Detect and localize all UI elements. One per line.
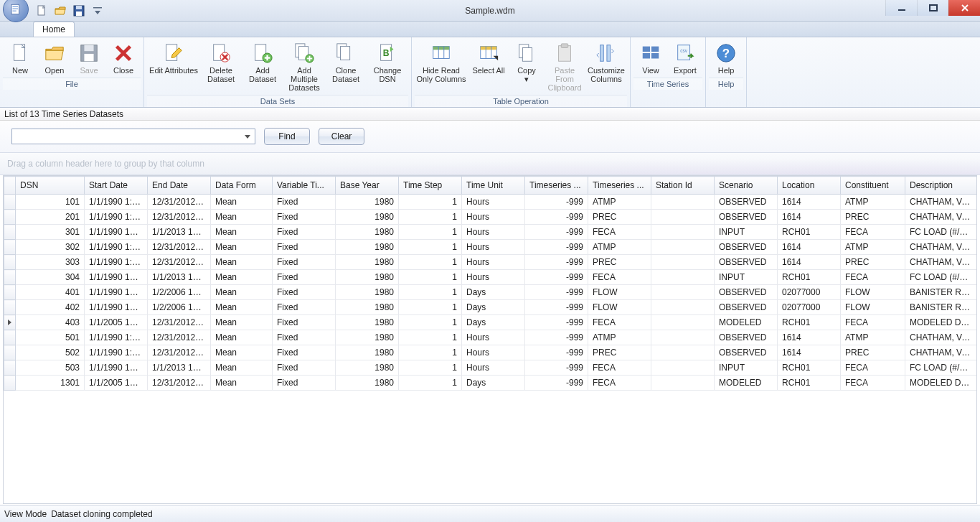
- grid-cell[interactable]: Hours: [462, 330, 525, 345]
- grid-cell[interactable]: OBSERVED: [715, 330, 778, 345]
- grid-cell[interactable]: 101: [16, 195, 85, 210]
- grid-cell[interactable]: 1: [399, 270, 462, 285]
- maximize-button[interactable]: [917, 0, 948, 16]
- grid-cell[interactable]: Fixed: [273, 195, 336, 210]
- grid-cell[interactable]: 1: [399, 210, 462, 225]
- grid-cell[interactable]: 12/31/2012 1...: [148, 255, 211, 270]
- grid-cell[interactable]: FLOW: [588, 300, 651, 315]
- grid-cell[interactable]: ATMP: [588, 240, 651, 255]
- table-row[interactable]: 1011/1/1990 1:00...12/31/2012 1...MeanFi…: [4, 195, 977, 210]
- grid-cell[interactable]: 12/31/2012 1...: [148, 345, 211, 360]
- table-row[interactable]: 4011/1/1990 12:0...1/2/2006 12:0...MeanF…: [4, 285, 977, 300]
- grid-cell[interactable]: 1980: [336, 285, 399, 300]
- grid-cell[interactable]: Mean: [211, 255, 273, 270]
- grid-cell[interactable]: BANISTER RIVE...: [905, 285, 977, 300]
- grid-cell[interactable]: Hours: [462, 345, 525, 360]
- grid-cell[interactable]: FECA: [841, 225, 905, 240]
- grid-cell[interactable]: 1: [399, 285, 462, 300]
- grid-cell[interactable]: CHATHAM, VA ...: [905, 345, 977, 360]
- grid-cell[interactable]: -999: [525, 360, 588, 376]
- qat-dropdown-icon[interactable]: [92, 5, 103, 17]
- column-header[interactable]: Time Step: [399, 177, 462, 195]
- grid-cell[interactable]: [651, 255, 715, 270]
- grid-cell[interactable]: 401: [16, 285, 85, 300]
- grid-cell[interactable]: FLOW: [841, 300, 905, 315]
- grid-cell[interactable]: [651, 315, 715, 330]
- search-combo[interactable]: [11, 129, 255, 144]
- grid-cell[interactable]: Fixed: [273, 345, 336, 360]
- grid-cell[interactable]: [651, 195, 715, 210]
- column-header[interactable]: Station Id: [651, 177, 715, 195]
- column-header[interactable]: Constituent: [841, 177, 905, 195]
- grid-cell[interactable]: FLOW: [588, 285, 651, 300]
- row-header[interactable]: [4, 376, 16, 391]
- grid-cell[interactable]: Fixed: [273, 315, 336, 330]
- table-row[interactable]: 4031/1/2005 12:0...12/31/2012 1...MeanFi…: [4, 315, 977, 330]
- grid-cell[interactable]: 1980: [336, 195, 399, 210]
- grid-cell[interactable]: 1980: [336, 210, 399, 225]
- grid-cell[interactable]: Fixed: [273, 285, 336, 300]
- grid-cell[interactable]: Fixed: [273, 240, 336, 255]
- grid-cell[interactable]: 503: [16, 360, 85, 376]
- row-header[interactable]: [4, 195, 16, 210]
- grid-cell[interactable]: INPUT: [715, 360, 778, 376]
- grid-cell[interactable]: OBSERVED: [715, 210, 778, 225]
- row-header[interactable]: [4, 315, 16, 330]
- grid-cell[interactable]: 1614: [778, 210, 841, 225]
- column-header[interactable]: Description: [905, 177, 977, 195]
- grid-cell[interactable]: [651, 270, 715, 285]
- tab-home[interactable]: Home: [33, 22, 75, 37]
- grid-cell[interactable]: FECA: [841, 376, 905, 391]
- grid-cell[interactable]: Mean: [211, 240, 273, 255]
- grid-cell[interactable]: 1/1/1990 12:0...: [85, 285, 148, 300]
- grid-cell[interactable]: BANISTER RIVE...: [905, 300, 977, 315]
- grid-cell[interactable]: 502: [16, 345, 85, 360]
- grid-cell[interactable]: Mean: [211, 270, 273, 285]
- grid-cell[interactable]: Days: [462, 300, 525, 315]
- grid-cell[interactable]: 301: [16, 225, 85, 240]
- grid-cell[interactable]: 1/2/2006 12:0...: [148, 285, 211, 300]
- grid-cell[interactable]: -999: [525, 240, 588, 255]
- table-row[interactable]: 3041/1/1990 12:0...1/1/2013 12:0...MeanF…: [4, 270, 977, 285]
- grid-cell[interactable]: 1/1/1990 1:00...: [85, 330, 148, 345]
- grid-cell[interactable]: 1614: [778, 255, 841, 270]
- grid-cell[interactable]: 1: [399, 240, 462, 255]
- grid-cell[interactable]: 1301: [16, 376, 85, 391]
- grid-cell[interactable]: 1/1/2013 12:0...: [148, 225, 211, 240]
- grid-cell[interactable]: 1980: [336, 376, 399, 391]
- grid-cell[interactable]: 1980: [336, 300, 399, 315]
- grid-cell[interactable]: 303: [16, 255, 85, 270]
- grid-cell[interactable]: CHATHAM, VA ...: [905, 255, 977, 270]
- grid-cell[interactable]: FECA: [588, 315, 651, 330]
- grid-cell[interactable]: 1/1/2005 12:0...: [85, 315, 148, 330]
- grid-cell[interactable]: FECA: [841, 360, 905, 376]
- grid-cell[interactable]: FC LOAD (#/H...: [905, 270, 977, 285]
- grid-cell[interactable]: RCH01: [778, 225, 841, 240]
- grid-cell[interactable]: 1: [399, 300, 462, 315]
- grid-cell[interactable]: 501: [16, 330, 85, 345]
- grid-cell[interactable]: 1: [399, 376, 462, 391]
- grid-cell[interactable]: MODELED: [715, 376, 778, 391]
- grid-cell[interactable]: FECA: [588, 376, 651, 391]
- grid-cell[interactable]: 1/1/1990 1:00...: [85, 255, 148, 270]
- grid-cell[interactable]: 1/1/1990 1:00...: [85, 240, 148, 255]
- table-row[interactable]: 5021/1/1990 1:00...12/31/2012 1...MeanFi…: [4, 345, 977, 360]
- grid-cell[interactable]: Mean: [211, 225, 273, 240]
- table-row[interactable]: 3021/1/1990 1:00...12/31/2012 1...MeanFi…: [4, 240, 977, 255]
- grid-cell[interactable]: ATMP: [588, 330, 651, 345]
- grid-cell[interactable]: 1980: [336, 225, 399, 240]
- grid-cell[interactable]: 12/31/2012 1...: [148, 195, 211, 210]
- grid-cell[interactable]: FECA: [588, 360, 651, 376]
- grid-cell[interactable]: 12/31/2012 1...: [148, 315, 211, 330]
- grid-cell[interactable]: Fixed: [273, 210, 336, 225]
- grid-cell[interactable]: 1/1/1990 1:00...: [85, 210, 148, 225]
- grid-cell[interactable]: 1/1/2013 12:0...: [148, 270, 211, 285]
- grid-cell[interactable]: 1: [399, 225, 462, 240]
- grid-cell[interactable]: Fixed: [273, 255, 336, 270]
- column-header[interactable]: DSN: [16, 177, 85, 195]
- grid-cell[interactable]: INPUT: [715, 225, 778, 240]
- grid-cell[interactable]: OBSERVED: [715, 345, 778, 360]
- grid-cell[interactable]: FECA: [841, 315, 905, 330]
- column-header[interactable]: Location: [778, 177, 841, 195]
- grid-cell[interactable]: PREC: [588, 255, 651, 270]
